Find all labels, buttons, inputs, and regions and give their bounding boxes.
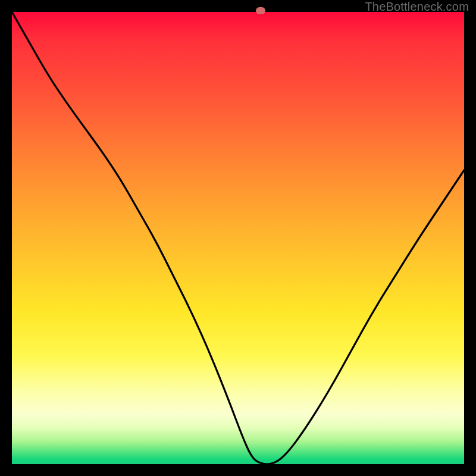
plot-area [12,12,464,464]
bottleneck-curve [12,12,464,464]
curve-svg [12,12,464,464]
chart-frame: TheBottleneck.com [0,0,476,476]
optimal-point-marker [256,7,265,14]
